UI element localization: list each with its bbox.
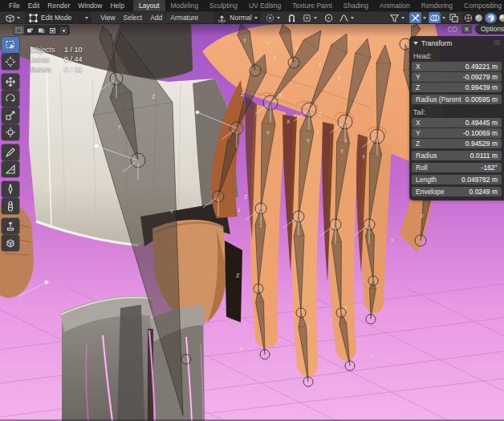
tab-compositing[interactable]: Compositing — [458, 0, 504, 11]
tool-select-box[interactable] — [2, 37, 19, 53]
xray-icon — [449, 13, 459, 23]
snap-target-button[interactable] — [299, 12, 319, 24]
orientation-normal-icon — [217, 13, 227, 23]
field-value: 0.0249 m — [469, 187, 498, 196]
field-head-x[interactable]: X0.49221 m — [412, 62, 502, 71]
field-head-radius[interactable]: Radius (Parent0.00595 m — [412, 95, 502, 104]
tool-measure[interactable] — [2, 161, 19, 177]
field-length[interactable]: Length0.049782 m — [412, 175, 502, 184]
mode-label: Edit Mode — [41, 14, 71, 22]
filter-dropdown[interactable] — [387, 12, 407, 24]
orientation-dropdown[interactable]: Normal — [213, 12, 260, 23]
tab-layout[interactable]: Layout — [133, 0, 165, 11]
tab-modeling[interactable]: Modeling — [165, 0, 205, 11]
svg-text:Z: Z — [241, 91, 245, 98]
pivot-point-button[interactable] — [262, 12, 282, 24]
shading-wireframe-icon[interactable] — [464, 14, 473, 22]
field-value: -0.09279 m — [463, 72, 498, 82]
svg-text:Y: Y — [266, 130, 270, 136]
snap-toggle-button[interactable] — [284, 12, 299, 24]
tool-annotate-icon — [5, 147, 16, 158]
menu-edit[interactable]: Edit — [24, 0, 44, 11]
options-button[interactable]: Options — [475, 24, 504, 34]
viewport-3d[interactable]: YYYxYYZZXxYYzxYYZYzZYYYYZZzxZYYxY Object… — [0, 24, 504, 421]
menu-select[interactable]: Select — [120, 12, 147, 24]
field-tail-radius[interactable]: Radius0.0111 m — [412, 151, 502, 160]
tool-move-icon — [5, 76, 16, 87]
svg-text:Y: Y — [117, 124, 121, 131]
menu-help[interactable]: Help — [106, 0, 128, 11]
show-gizmo-toggle[interactable] — [409, 12, 421, 24]
xray-toggle[interactable] — [448, 12, 460, 24]
field-tail-y[interactable]: Y-0.10069 m — [412, 128, 502, 138]
field-tail-z[interactable]: Z0.94529 m — [412, 139, 502, 148]
menu-add[interactable]: Add — [146, 12, 166, 24]
select-mode-invert[interactable] — [47, 26, 58, 34]
panel-grip-icon[interactable]: ⠿⠿ — [494, 40, 500, 47]
tool-roll[interactable] — [2, 181, 19, 197]
edit-options-row: X Options — [447, 24, 504, 34]
field-head-y[interactable]: Y-0.09279 m — [412, 72, 502, 82]
orientation-label: Normal — [230, 14, 251, 22]
select-mode-subtract[interactable] — [36, 26, 47, 34]
tool-rotate[interactable] — [2, 91, 19, 107]
tab-sculpting[interactable]: Sculpting — [204, 0, 243, 11]
field-head-z[interactable]: Z0.99439 m — [412, 83, 502, 92]
tool-measure-icon — [5, 164, 16, 175]
select-mode-extend[interactable] — [25, 26, 35, 34]
tool-shear[interactable] — [2, 235, 19, 251]
show-overlays-toggle[interactable] — [429, 12, 441, 24]
field-label: Roll — [416, 163, 428, 172]
tool-shear-icon — [5, 237, 16, 249]
select-mode-intersect[interactable] — [59, 26, 69, 34]
select-mode-group — [13, 25, 70, 35]
shading-rendered-icon[interactable] — [498, 14, 504, 22]
tab-rendering[interactable]: Rendering — [416, 0, 458, 11]
menu-armature[interactable]: Armature — [166, 12, 202, 24]
svg-text:Y: Y — [306, 138, 310, 144]
stats-joints: Joints 0 / 44 — [30, 55, 83, 64]
falloff-curve-icon — [339, 13, 349, 23]
menu-window[interactable]: Window — [74, 0, 106, 11]
tool-cursor[interactable] — [2, 54, 19, 70]
svg-text:z: z — [421, 213, 424, 219]
menu-view[interactable]: View — [96, 12, 119, 24]
menu-render[interactable]: Render — [43, 0, 74, 11]
mode-dropdown[interactable]: Edit Mode — [25, 12, 91, 23]
menu-file[interactable]: File — [5, 0, 24, 11]
select-mode-new[interactable] — [14, 26, 24, 34]
tool-bone-envelope[interactable] — [2, 198, 19, 214]
field-value: 0.99439 m — [465, 83, 498, 92]
shading-material-active[interactable] — [485, 13, 497, 23]
tab-texture-paint[interactable]: Texture Paint — [287, 0, 338, 11]
svg-text:z: z — [319, 111, 322, 117]
field-value: 0.94529 m — [465, 139, 498, 148]
transform-panel-header[interactable]: Transform ⠿⠿ — [412, 38, 502, 50]
tab-uv-editing[interactable]: UV Editing — [243, 0, 287, 11]
funnel-icon — [389, 13, 400, 23]
mirror-x-toggle[interactable]: X — [461, 25, 472, 34]
tab-animation[interactable]: Animation — [374, 0, 416, 11]
tool-move[interactable] — [2, 74, 19, 90]
tool-transform-icon — [5, 127, 16, 138]
shading-solid-icon[interactable] — [474, 14, 483, 22]
field-roll[interactable]: Roll-162° — [412, 163, 502, 172]
falloff-dropdown[interactable] — [336, 12, 356, 24]
stats-objects-value: 1 / 10 — [64, 45, 83, 55]
tool-transform[interactable] — [2, 124, 19, 140]
proportional-editing-button[interactable] — [321, 12, 336, 24]
tab-shading[interactable]: Shading — [338, 0, 374, 11]
editor-type-icon — [5, 13, 15, 23]
tool-select-box-icon — [5, 39, 16, 51]
tail-section-label: Tail: — [413, 108, 502, 116]
tool-extrude[interactable] — [2, 218, 19, 234]
svg-text:Z: Z — [278, 93, 282, 99]
svg-text:x: x — [344, 138, 348, 144]
field-envelope[interactable]: Envelope0.0249 m — [412, 187, 502, 196]
field-tail-x[interactable]: X0.49445 m — [412, 118, 502, 128]
viewport-header: Edit Mode View Select Add Armature Norma… — [0, 11, 504, 24]
editor-type-button[interactable] — [2, 12, 22, 24]
stats-bones-value: 0 / 35 — [64, 64, 83, 74]
tool-scale[interactable] — [2, 107, 19, 123]
tool-annotate[interactable] — [2, 144, 19, 160]
